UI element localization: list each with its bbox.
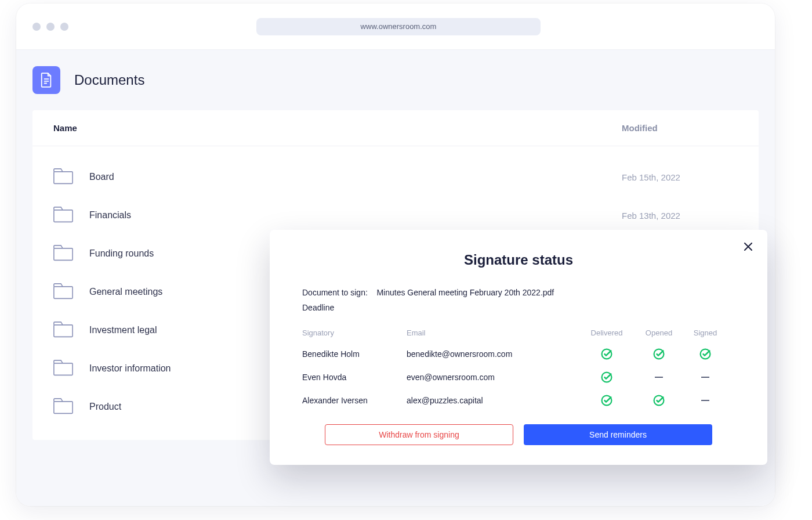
folder-icon (53, 397, 73, 417)
folder-icon (53, 359, 73, 378)
signed-cell (685, 348, 726, 360)
signatory-name: Benedikte Holm (302, 349, 407, 359)
signed-dash-icon (701, 400, 709, 401)
signed-dash-icon (701, 377, 709, 378)
signatory-name: Even Hovda (302, 373, 407, 382)
delivered-header: Delivered (581, 328, 633, 337)
signature-status-modal: Signature status Document to sign: Minut… (270, 230, 767, 465)
signature-table-rows: Benedikte Holm benedikte@ownersroom.com … (302, 348, 735, 407)
close-icon[interactable] (742, 240, 755, 253)
folder-icon (53, 244, 73, 263)
document-label: Document to sign: (302, 288, 368, 297)
svg-rect-5 (54, 248, 72, 261)
svg-rect-9 (54, 402, 72, 414)
table-row[interactable]: Financials Feb 13th, 2022 (32, 196, 759, 234)
table-row[interactable]: Board Feb 15th, 2022 (32, 158, 759, 196)
delivered-cell (581, 371, 633, 384)
svg-rect-7 (54, 325, 72, 337)
document-to-sign-line: Document to sign: Minutes General meetin… (302, 288, 735, 297)
page-title: Documents (74, 72, 144, 88)
signed-check-icon (699, 348, 712, 360)
svg-rect-6 (54, 287, 72, 299)
folder-icon (53, 205, 73, 225)
folder-icon (53, 167, 73, 187)
documents-icon (32, 66, 60, 94)
traffic-light-zoom[interactable] (60, 23, 68, 31)
send-reminders-button[interactable]: Send reminders (524, 424, 712, 445)
opened-cell (633, 348, 685, 360)
svg-rect-3 (54, 172, 72, 184)
folder-modified: Feb 15th, 2022 (622, 172, 738, 182)
signature-row: Alexander Iversen alex@puzzles.capital (302, 394, 735, 407)
opened-cell (633, 394, 685, 407)
page-header: Documents (16, 66, 775, 110)
delivered-check-icon (600, 394, 613, 407)
signatory-name: Alexander Iversen (302, 396, 407, 405)
signed-cell (685, 377, 726, 378)
folder-icon (53, 282, 73, 302)
signed-cell (685, 400, 726, 401)
withdraw-button[interactable]: Withdraw from signing (325, 424, 513, 445)
table-header: Name Modified (32, 110, 759, 146)
svg-rect-8 (54, 363, 72, 375)
opened-check-icon (652, 394, 665, 407)
column-modified-header: Modified (622, 123, 738, 133)
traffic-light-close[interactable] (32, 23, 41, 31)
opened-header: Opened (633, 328, 685, 337)
traffic-lights (32, 23, 68, 31)
opened-cell (633, 377, 685, 378)
opened-check-icon (652, 348, 665, 360)
signature-table-header: Signatory Email Delivered Opened Signed (302, 328, 735, 337)
signatory-header: Signatory (302, 328, 407, 337)
signatory-email: alex@puzzles.capital (407, 396, 581, 405)
url-bar[interactable]: www.ownersroom.com (256, 18, 541, 35)
signature-row: Benedikte Holm benedikte@ownersroom.com (302, 348, 735, 360)
signatory-email: even@ownersroom.com (407, 373, 581, 382)
url-text: www.ownersroom.com (361, 22, 437, 31)
signed-header: Signed (685, 328, 726, 337)
email-header: Email (407, 328, 581, 337)
delivered-check-icon (600, 371, 613, 384)
browser-title-bar: www.ownersroom.com (16, 3, 775, 50)
modal-actions: Withdraw from signing Send reminders (302, 424, 735, 445)
delivered-cell (581, 348, 633, 360)
delivered-cell (581, 394, 633, 407)
folder-icon (53, 320, 73, 340)
folder-name: Board (89, 172, 606, 182)
folder-modified: Feb 13th, 2022 (622, 211, 738, 221)
folder-name: Financials (89, 210, 606, 221)
document-name: Minutes General meeting February 20th 20… (376, 288, 554, 297)
svg-rect-4 (54, 210, 72, 222)
signatory-email: benedikte@ownersroom.com (407, 349, 581, 359)
delivered-check-icon (600, 348, 613, 360)
column-name-header: Name (53, 123, 622, 133)
modal-title: Signature status (302, 252, 735, 268)
deadline-label: Deadline (302, 303, 735, 312)
opened-dash-icon (655, 377, 663, 378)
traffic-light-minimize[interactable] (46, 23, 55, 31)
signature-row: Even Hovda even@ownersroom.com (302, 371, 735, 384)
